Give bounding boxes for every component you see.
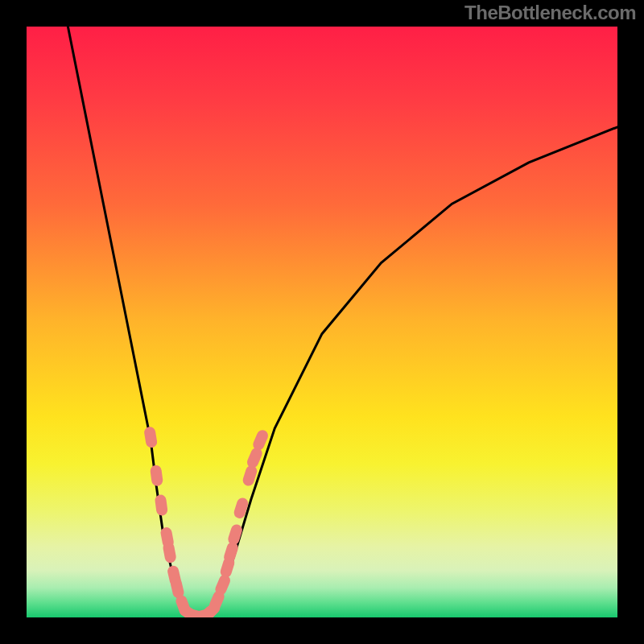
chart-svg bbox=[27, 27, 617, 617]
chart-stage: TheBottleneck.com bbox=[0, 0, 644, 644]
watermark-text: TheBottleneck.com bbox=[464, 2, 636, 24]
plot-area bbox=[27, 27, 617, 617]
gradient-background bbox=[27, 27, 617, 617]
